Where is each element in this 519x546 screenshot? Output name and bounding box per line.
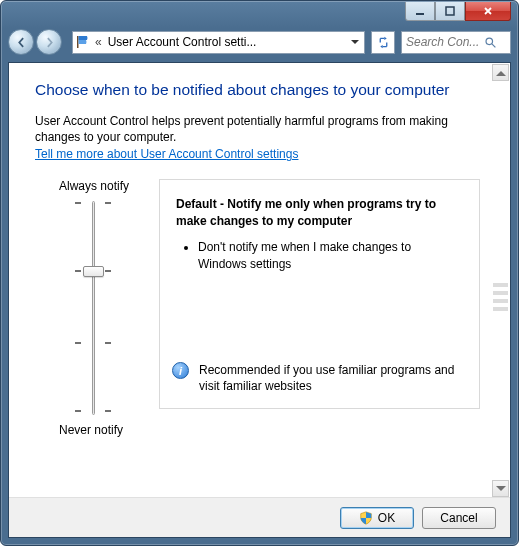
- page-heading: Choose when to be notified about changes…: [35, 81, 480, 99]
- shield-icon: [359, 511, 373, 525]
- slider-label-top: Always notify: [35, 179, 159, 193]
- ok-button-label: OK: [378, 511, 395, 525]
- svg-rect-1: [446, 7, 454, 15]
- ok-button[interactable]: OK: [340, 507, 414, 529]
- cancel-button-label: Cancel: [440, 511, 477, 525]
- slider-tick: [75, 343, 111, 344]
- breadcrumb-dropdown-icon[interactable]: [348, 32, 362, 53]
- refresh-button[interactable]: [371, 31, 395, 54]
- svg-line-4: [492, 44, 495, 47]
- scroll-up-button[interactable]: [492, 64, 509, 81]
- search-box[interactable]: [401, 31, 511, 54]
- description-title: Default - Notify me only when programs t…: [176, 196, 463, 228]
- slider-thumb[interactable]: [83, 266, 104, 277]
- minimize-button[interactable]: [405, 2, 435, 21]
- window-frame: « User Account Control setti... Choose w…: [0, 0, 519, 546]
- slider-tick: [75, 203, 111, 204]
- control-panel-icon: [75, 34, 91, 50]
- svg-rect-2: [77, 36, 79, 48]
- slider-tick: [75, 411, 111, 412]
- nav-buttons: [8, 29, 66, 55]
- breadcrumb-text: User Account Control setti...: [106, 35, 344, 49]
- slider-column: Always notify Never notify: [35, 179, 159, 437]
- slider-track: [92, 201, 95, 415]
- description-bullets: Don't notify me when I make changes to W…: [198, 239, 463, 273]
- client-area: Choose when to be notified about changes…: [8, 62, 511, 538]
- svg-rect-0: [416, 13, 424, 15]
- forward-button[interactable]: [36, 29, 62, 55]
- info-icon: i: [172, 362, 189, 379]
- intro-text: User Account Control helps prevent poten…: [35, 113, 480, 145]
- caption-buttons: [405, 2, 511, 21]
- uac-slider[interactable]: [75, 199, 111, 417]
- help-link[interactable]: Tell me more about User Account Control …: [35, 147, 298, 161]
- close-button[interactable]: [465, 2, 511, 21]
- back-button[interactable]: [8, 29, 34, 55]
- navigation-bar: « User Account Control setti...: [8, 28, 511, 56]
- content: Choose when to be notified about changes…: [9, 63, 510, 437]
- button-row: OK Cancel: [9, 497, 510, 537]
- search-icon: [484, 36, 497, 49]
- recommendation: i Recommended if you use familiar progra…: [172, 362, 463, 394]
- maximize-button[interactable]: [435, 2, 465, 21]
- breadcrumb-overflow-icon: «: [95, 35, 102, 49]
- scroll-thumb[interactable]: [493, 283, 508, 313]
- cancel-button[interactable]: Cancel: [422, 507, 496, 529]
- slider-area: Always notify Never notify Default - Not…: [35, 179, 480, 437]
- search-input[interactable]: [406, 35, 480, 49]
- description-bullet: Don't notify me when I make changes to W…: [198, 239, 463, 273]
- svg-point-3: [486, 38, 493, 45]
- scroll-down-button[interactable]: [492, 480, 509, 497]
- address-bar[interactable]: « User Account Control setti...: [72, 31, 365, 54]
- slider-label-bottom: Never notify: [35, 423, 159, 437]
- recommendation-text: Recommended if you use familiar programs…: [199, 362, 463, 394]
- description-panel: Default - Notify me only when programs t…: [159, 179, 480, 409]
